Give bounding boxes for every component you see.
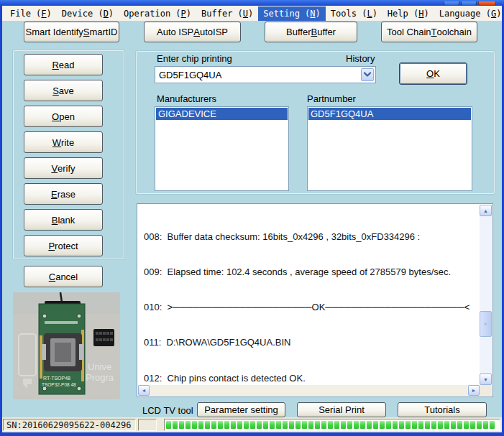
progress-block: [315, 421, 320, 429]
progress-block: [179, 421, 184, 429]
auto-isp-button[interactable]: Auto ISP AutoISP: [144, 22, 241, 42]
progress-block: [283, 421, 288, 429]
protect-button[interactable]: Protect: [24, 235, 103, 256]
progress-block: [399, 421, 404, 429]
progress-block: [257, 421, 262, 429]
partnumber-label: Partnumber: [307, 93, 356, 104]
scroll-down-icon[interactable]: ▼: [480, 374, 492, 385]
progress-block: [302, 421, 307, 429]
progress-block: [198, 421, 203, 429]
open-button[interactable]: Open: [24, 106, 103, 127]
scrollbar-thumb[interactable]: ≡: [480, 311, 492, 337]
menu-bar: File (F) Device (D) Operation (P) Buffer…: [2, 6, 502, 21]
progress-block: [483, 421, 488, 429]
progress-block: [367, 421, 372, 429]
smart-identify-button[interactable]: Smart Identify SmartID: [24, 22, 119, 42]
log-line: 012: Chip pins contact is detected OK.: [144, 373, 479, 384]
status-bar: SN:20160629095622-004296: [2, 417, 502, 432]
progress-block: [431, 421, 436, 429]
scrollbar-corner: [480, 385, 492, 396]
progress-block: [464, 421, 469, 429]
progress-block: [211, 421, 216, 429]
progress-block: [373, 421, 378, 429]
progress-block: [444, 421, 449, 429]
erase-button[interactable]: Erase: [24, 183, 103, 205]
tutorials-button[interactable]: Tutorials: [398, 402, 487, 417]
programmer-photo: RT-TSOP48 TSOP32-P08 48 Unive Progra: [13, 292, 120, 399]
title-bar: [0, 0, 504, 6]
progress-block: [250, 421, 255, 429]
statusbar-spacer: [138, 419, 157, 431]
progress-block: [237, 421, 242, 429]
chip-combo[interactable]: GD5F1GQ4UA: [155, 66, 376, 83]
progress-block: [224, 421, 229, 429]
manufacturers-label: Manufacturers: [157, 93, 216, 104]
lcd-tv-tool-label: LCD TV tool: [142, 405, 193, 416]
menu-help[interactable]: Help (H): [382, 6, 434, 21]
read-button[interactable]: Read: [24, 54, 103, 75]
horizontal-scrollbar[interactable]: ◄ ►: [138, 385, 480, 396]
progress-block: [406, 421, 411, 429]
verify-button[interactable]: Verify: [24, 157, 103, 179]
pcb-label-line2: TSOP32-P08 48: [42, 382, 76, 387]
progress-block: [380, 421, 385, 429]
progress-block: [457, 421, 462, 429]
menu-file[interactable]: File (F): [5, 6, 57, 21]
progress-block: [425, 421, 430, 429]
chevron-down-icon[interactable]: [361, 68, 374, 81]
history-label: History: [346, 53, 375, 64]
log-lines: 008: Buffer data checksum: 16bits_0x4296…: [138, 205, 479, 384]
progress-block: [192, 421, 197, 429]
menu-device[interactable]: Device (D): [57, 6, 119, 21]
progress-block: [231, 421, 236, 429]
progress-block: [321, 421, 326, 429]
menu-operation[interactable]: Operation (P): [119, 6, 196, 21]
progress-block: [308, 421, 313, 429]
progress-block: [289, 421, 294, 429]
progress-block: [185, 421, 191, 429]
serial-print-button[interactable]: Serial Print: [297, 402, 386, 417]
operation-log[interactable]: 008: Buffer data checksum: 16bits_0x4296…: [137, 203, 493, 397]
progress-block: [341, 421, 346, 429]
progress-block: [205, 421, 210, 429]
menu-language[interactable]: Language (G): [434, 6, 504, 21]
progress-block: [328, 421, 333, 429]
save-button[interactable]: Save: [24, 80, 103, 101]
serial-number: SN:20160629095622-004296: [3, 419, 136, 431]
list-item[interactable]: GD5F1GQ4UA: [308, 108, 471, 120]
blank-button[interactable]: Blank: [24, 209, 103, 231]
scroll-left-icon[interactable]: ◄: [138, 385, 150, 396]
manufacturers-list[interactable]: GIGADEVICE: [155, 106, 289, 191]
progress-block: [490, 421, 495, 429]
menu-buffer[interactable]: Buffer (U): [196, 6, 258, 21]
menu-setting[interactable]: Setting (N): [258, 6, 326, 21]
scroll-right-icon[interactable]: ►: [468, 385, 480, 396]
progress-block: [412, 421, 417, 429]
vertical-scrollbar[interactable]: ▲ ≡ ▼: [480, 205, 492, 385]
progress-block: [334, 421, 339, 429]
progress-block: [438, 421, 443, 429]
progress-block: [451, 421, 456, 429]
write-button[interactable]: Write: [24, 131, 103, 153]
buffer-button[interactable]: Buffer Buffer: [265, 22, 357, 42]
cancel-button[interactable]: Cancel: [24, 266, 103, 287]
progress-block: [470, 421, 475, 429]
enter-chip-label: Enter chip printing: [157, 53, 232, 64]
progress-bar: [164, 419, 500, 431]
device-brand-line1: Unive: [88, 361, 111, 372]
progress-block: [295, 421, 301, 429]
tool-chain-button[interactable]: Tool Chain Toolchain: [381, 22, 477, 42]
pcb-label-line1: RT-TSOP48: [43, 376, 70, 381]
client-area: Smart Identify SmartID Auto ISP AutoISP …: [2, 21, 502, 417]
scroll-up-icon[interactable]: ▲: [480, 205, 492, 216]
log-line: 011: D:\ROWA\GD5F1GQ4UA.BIN: [144, 337, 479, 348]
partnumber-list[interactable]: GD5F1GQ4UA: [307, 106, 472, 191]
list-item[interactable]: GIGADEVICE: [156, 108, 288, 120]
progress-block: [244, 421, 249, 429]
progress-block: [393, 421, 398, 429]
parameter-setting-button[interactable]: Parameter setting: [197, 402, 285, 417]
menu-tools[interactable]: Tools (L): [326, 6, 382, 21]
progress-block: [218, 421, 223, 429]
chip-combo-value: GD5F1GQ4UA: [159, 70, 221, 80]
ok-button[interactable]: OK: [399, 62, 467, 85]
